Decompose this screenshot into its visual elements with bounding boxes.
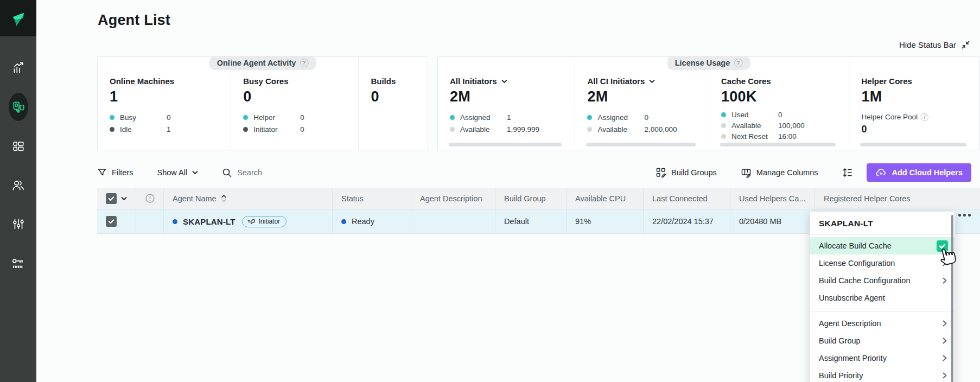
menu-item-allocate-build-cache[interactable]: Allocate Build Cache bbox=[810, 237, 954, 254]
busy-dot bbox=[110, 115, 114, 120]
menu-item-agent-description[interactable]: Agent Description bbox=[810, 315, 954, 332]
chevron-down-icon bbox=[649, 79, 655, 84]
add-cloud-helpers-button[interactable]: Add Cloud Helpers bbox=[867, 163, 971, 182]
card-value: 2M bbox=[450, 88, 575, 105]
column-header-build-group[interactable]: Build Group bbox=[495, 188, 567, 209]
all-initiators-dropdown[interactable]: All Initiators bbox=[450, 77, 575, 86]
nav-agents-icon[interactable] bbox=[9, 97, 28, 117]
row-alert-cell bbox=[136, 209, 164, 233]
column-header-registered-helper-cores[interactable]: Registered Helper Cores bbox=[815, 188, 980, 209]
menu-item-unsubscribe-agent[interactable]: Unsubscribe Agent bbox=[810, 289, 954, 307]
row-select-cell bbox=[97, 209, 136, 233]
alert-circle-icon bbox=[145, 193, 155, 203]
select-menu-chevron-icon[interactable] bbox=[121, 196, 127, 201]
incredibuild-logo[interactable] bbox=[0, 0, 36, 36]
hide-status-bar-label: Hide Status Bar bbox=[899, 40, 956, 49]
menu-item-build-cache-configuration[interactable]: Build Cache Configuration bbox=[810, 272, 954, 289]
active-nav-highlight bbox=[9, 93, 28, 121]
menu-item-assignment-priority[interactable]: Assignment Priority bbox=[810, 349, 954, 367]
cache-cores-card: Cache Cores 100K Used0 Available100,000 … bbox=[709, 57, 849, 150]
chevron-right-icon bbox=[943, 372, 947, 379]
funnel-icon bbox=[97, 168, 107, 177]
chevron-right-icon bbox=[943, 355, 947, 361]
card-label: Busy Cores bbox=[243, 77, 358, 86]
column-header-available-cpu[interactable]: Available CPU bbox=[567, 188, 644, 209]
legend-available: Available2,000,000 bbox=[587, 125, 709, 133]
legend-available: Available100,000 bbox=[721, 122, 849, 130]
chevron-down-icon bbox=[501, 79, 507, 84]
chevron-right-icon bbox=[943, 338, 947, 344]
row-agent-name-cell[interactable]: SKAPLAN-LT Initiator bbox=[164, 209, 333, 233]
builds-card: Builds 0 bbox=[359, 57, 428, 150]
sort-icon[interactable] bbox=[221, 195, 226, 202]
manage-columns-icon bbox=[741, 167, 752, 178]
usage-progress-bar bbox=[860, 143, 966, 147]
alert-column-header[interactable] bbox=[136, 188, 164, 209]
used-dot bbox=[721, 112, 726, 117]
available-dot bbox=[450, 127, 455, 132]
agent-online-dot bbox=[173, 219, 177, 224]
initiator-badge: Initiator bbox=[242, 216, 287, 227]
menu-item-build-group[interactable]: Build Group bbox=[810, 332, 954, 349]
column-header-status[interactable]: Status bbox=[333, 188, 411, 209]
cloud-plus-icon bbox=[875, 167, 887, 179]
all-initiators-card: All Initiators 2M Assigned1 Available1,9… bbox=[438, 57, 575, 150]
row-density-button[interactable] bbox=[842, 167, 852, 178]
card-label: Online Machines bbox=[110, 77, 231, 86]
legend-initiator: Initiator0 bbox=[243, 125, 358, 133]
menu-item-license-configuration[interactable]: License Configuration bbox=[810, 254, 954, 272]
search-input[interactable]: Search bbox=[222, 168, 262, 178]
card-value: 0 bbox=[243, 88, 358, 105]
agent-name: SKAPLAN-LT bbox=[183, 217, 236, 226]
legend-helper: Helper0 bbox=[243, 113, 358, 122]
show-all-dropdown[interactable]: Show All bbox=[157, 168, 198, 177]
nav-users-icon[interactable] bbox=[9, 175, 28, 195]
info-icon[interactable] bbox=[921, 113, 928, 121]
usage-progress-bar bbox=[449, 143, 562, 147]
filters-button[interactable]: Filters bbox=[97, 168, 133, 177]
nav-dashboard-icon[interactable] bbox=[9, 136, 28, 156]
legend-assigned: Assigned1 bbox=[450, 113, 575, 122]
card-value: 0 bbox=[371, 88, 428, 105]
hide-status-bar-button[interactable]: Hide Status Bar bbox=[899, 40, 970, 49]
collapse-icon bbox=[961, 40, 970, 49]
build-groups-button[interactable]: Build Groups bbox=[656, 167, 717, 178]
column-header-last-connected[interactable]: Last Connected bbox=[644, 188, 730, 209]
page-title: Agent List bbox=[98, 12, 170, 29]
chevron-down-icon bbox=[192, 170, 198, 175]
manage-columns-button[interactable]: Manage Columns bbox=[741, 167, 818, 178]
all-ci-initiators-dropdown[interactable]: All CI Initiators bbox=[587, 77, 709, 86]
menu-scrollbar[interactable] bbox=[951, 215, 953, 382]
sidebar bbox=[0, 0, 36, 382]
menu-divider bbox=[810, 311, 954, 311]
row-actions-menu-icon[interactable] bbox=[958, 214, 971, 217]
row-height-sort-icon bbox=[842, 167, 852, 178]
card-label: Builds bbox=[371, 77, 428, 86]
helper-dot bbox=[243, 115, 248, 120]
next-reset-dot bbox=[721, 134, 726, 139]
column-header-agent-name[interactable]: Agent Name bbox=[164, 188, 333, 209]
column-header-agent-description[interactable]: Agent Description bbox=[411, 188, 495, 209]
card-value: 2M bbox=[587, 88, 709, 105]
column-header-used-helpers-cache[interactable]: Used Helpers Ca... bbox=[730, 188, 815, 209]
assigned-dot bbox=[587, 115, 592, 120]
initiator-dot bbox=[243, 127, 248, 132]
chevron-right-icon bbox=[943, 320, 947, 327]
sidebar-nav bbox=[0, 36, 36, 273]
legend-used: Used0 bbox=[721, 111, 849, 119]
card-label: Cache Cores bbox=[721, 77, 849, 86]
row-build-group-cell: Default bbox=[495, 209, 567, 233]
available-dot bbox=[587, 127, 592, 132]
available-dot bbox=[721, 123, 726, 128]
initiator-rocket-icon bbox=[247, 218, 256, 225]
row-available-cpu-cell: 91% bbox=[567, 209, 644, 233]
nav-license-key-icon[interactable] bbox=[9, 253, 28, 273]
row-checkbox[interactable] bbox=[106, 216, 117, 227]
menu-item-build-priority[interactable]: Build Priority bbox=[810, 367, 954, 382]
row-status-cell: Ready bbox=[333, 209, 411, 233]
nav-settings-sliders-icon[interactable] bbox=[9, 214, 28, 234]
nav-analytics-icon[interactable] bbox=[9, 58, 28, 78]
select-all-checkbox[interactable] bbox=[106, 193, 117, 204]
table-toolbar: Filters Show All Search Build Groups Man… bbox=[97, 162, 971, 183]
busy-cores-card: Busy Cores 0 Helper0 Initiator0 bbox=[231, 57, 359, 150]
